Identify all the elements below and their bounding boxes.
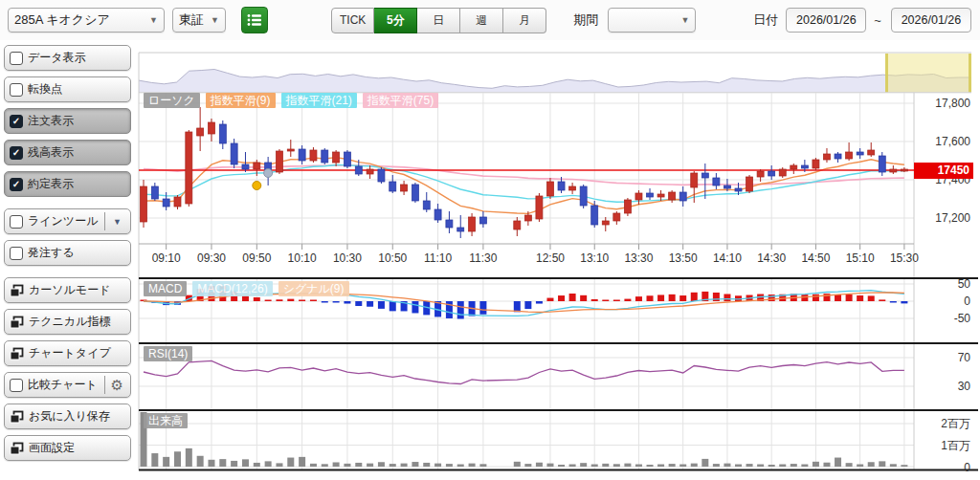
candle xyxy=(813,160,819,168)
checkbox-icon[interactable]: ✓ xyxy=(10,178,23,191)
macd-title: MACD xyxy=(144,281,187,296)
last-price-badge: 17450 xyxy=(914,163,973,179)
rsi-title: RSI(14) xyxy=(144,346,192,361)
candle xyxy=(401,185,408,191)
candle xyxy=(846,152,853,159)
candle xyxy=(613,213,620,221)
navigator-selection[interactable] xyxy=(885,54,971,93)
candle xyxy=(141,186,147,222)
navigator-handle-right[interactable] xyxy=(969,54,971,93)
candle xyxy=(446,220,453,228)
stock-chart-app: { "toolbar": { "symbol_select": "285A キオ… xyxy=(0,0,980,480)
candle xyxy=(868,150,875,155)
list-icon xyxy=(247,13,262,27)
candle xyxy=(186,132,192,204)
sidebar-item-execution-display[interactable]: ✓約定表示 xyxy=(4,171,131,197)
candle xyxy=(457,228,464,231)
exchange-select[interactable]: 東証 ▼ xyxy=(172,8,226,33)
sidebar-item-chart-type[interactable]: チャートタイプ xyxy=(4,340,131,366)
date-label: 日付 xyxy=(753,11,778,29)
sidebar-item-place-order[interactable]: 発注する xyxy=(4,240,131,266)
legend-ema21: 指数平滑(21) xyxy=(281,93,357,108)
sidebar-item-label: 注文表示 xyxy=(28,113,125,129)
candle xyxy=(412,185,418,201)
candle xyxy=(344,152,350,166)
gear-icon[interactable]: ⚙ xyxy=(109,378,125,392)
legend-candle: ローソク xyxy=(144,93,200,108)
chevron-down-icon: ▼ xyxy=(211,15,219,25)
candle xyxy=(355,166,362,174)
candle xyxy=(174,197,181,207)
toolbar: 285A キオクシア ▼ 東証 ▼ TICK5分日週月 期間 ▼ 日付 2026… xyxy=(0,0,980,40)
date-from-input[interactable]: 2026/01/26 xyxy=(786,8,866,33)
candle xyxy=(901,169,907,171)
timeframe-day[interactable]: 日 xyxy=(417,8,460,33)
window-icon xyxy=(10,442,24,455)
checkbox-icon[interactable] xyxy=(10,52,23,65)
timeframe-segment: TICK5分日週月 xyxy=(331,8,546,33)
period-label: 期間 xyxy=(573,11,598,29)
period-select[interactable]: ▼ xyxy=(608,8,696,33)
svg-text:15:30: 15:30 xyxy=(890,251,919,265)
checkbox-icon[interactable]: ✓ xyxy=(10,115,23,128)
sidebar-item-balance-display[interactable]: ✓残高表示 xyxy=(4,140,131,165)
svg-text:09:50: 09:50 xyxy=(242,251,271,265)
volume-panel-legend: 出来高 xyxy=(144,413,188,428)
svg-text:14:50: 14:50 xyxy=(801,251,830,265)
sidebar-item-turning-point[interactable]: 転換点 xyxy=(4,76,131,102)
checkbox-icon[interactable]: ✓ xyxy=(10,146,23,160)
candle xyxy=(746,177,753,191)
sidebar-item-comparison-chart[interactable]: 比較チャート⚙ xyxy=(4,372,131,398)
sidebar-item-save-favorite[interactable]: お気に入り保存 xyxy=(4,404,131,429)
timeframe-5min[interactable]: 5分 xyxy=(374,8,417,33)
candle xyxy=(823,154,830,160)
timeframe-week[interactable]: 週 xyxy=(460,8,503,33)
candle xyxy=(367,169,373,174)
candle xyxy=(679,192,686,201)
svg-text:13:50: 13:50 xyxy=(669,251,698,265)
svg-text:17,800: 17,800 xyxy=(935,97,970,110)
chevron-down-icon[interactable]: ▼ xyxy=(109,217,125,227)
candle xyxy=(647,193,654,197)
candle xyxy=(322,150,328,163)
sidebar-item-technical-indicators[interactable]: テクニカル指標 xyxy=(4,309,131,335)
checkbox-icon[interactable] xyxy=(10,379,23,392)
navigator-handle-left[interactable] xyxy=(885,54,888,93)
candle xyxy=(857,152,863,155)
macd-signal-label: シグナル(9) xyxy=(278,281,349,296)
sidebar-item-label: カーソルモード xyxy=(29,282,125,298)
sidebar-item-cursor-mode[interactable]: カーソルモード xyxy=(4,277,131,303)
timeframe-tick[interactable]: TICK xyxy=(331,8,374,33)
sidebar-item-line-tool[interactable]: ラインツール▼ xyxy=(4,208,131,234)
checkbox-icon[interactable] xyxy=(10,83,23,97)
legend-ema75: 指数平滑(75) xyxy=(363,93,438,108)
window-icon xyxy=(10,284,24,297)
svg-text:14:10: 14:10 xyxy=(713,251,742,265)
svg-text:50: 50 xyxy=(958,277,971,291)
candle xyxy=(479,217,486,224)
candle xyxy=(208,122,214,134)
sidebar-item-data-display[interactable]: データ表示 xyxy=(4,45,131,71)
price-panel-legend: ローソク 指数平滑(9) 指数平滑(21) 指数平滑(75) xyxy=(144,93,438,108)
candle xyxy=(299,149,305,161)
candle xyxy=(879,156,885,172)
date-separator: ~ xyxy=(874,13,881,28)
candle xyxy=(691,173,698,187)
date-to-input[interactable]: 2026/01/26 xyxy=(891,8,971,33)
timeframe-month[interactable]: 月 xyxy=(503,8,546,33)
separator xyxy=(104,212,105,230)
candle xyxy=(546,182,553,196)
candle xyxy=(242,164,249,169)
checkbox-icon[interactable] xyxy=(10,215,23,229)
sidebar-item-label: 画面設定 xyxy=(29,440,125,456)
window-icon xyxy=(10,347,24,360)
symbol-select[interactable]: 285A キオクシア ▼ xyxy=(8,8,165,33)
svg-text:17,600: 17,600 xyxy=(935,135,970,148)
sidebar-item-order-display[interactable]: ✓注文表示 xyxy=(4,108,131,134)
symbol-list-button[interactable] xyxy=(241,7,268,33)
sidebar-item-screen-settings[interactable]: 画面設定 xyxy=(4,435,131,461)
checkbox-icon[interactable] xyxy=(10,247,23,260)
candle xyxy=(624,200,631,213)
order-marker-yellow xyxy=(253,182,261,190)
rsi-panel-legend: RSI(14) xyxy=(144,346,192,361)
